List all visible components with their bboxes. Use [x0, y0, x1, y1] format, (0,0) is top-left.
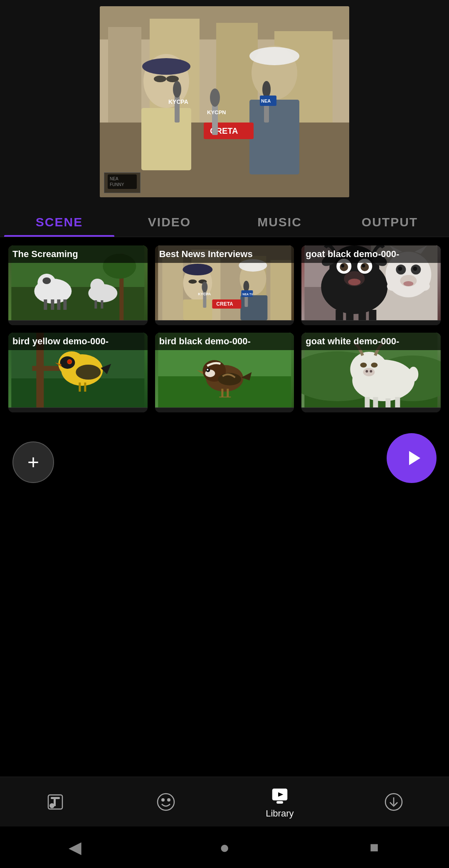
svg-point-93 [413, 267, 417, 271]
svg-rect-155 [277, 802, 283, 803]
svg-rect-83 [336, 310, 343, 320]
recent-button[interactable]: ■ [362, 835, 387, 860]
svg-text:KYCPA: KYCPA [168, 98, 188, 105]
tab-video[interactable]: VIDEO [114, 204, 224, 237]
nav-library[interactable]: Library [266, 785, 294, 819]
svg-rect-84 [346, 311, 354, 320]
svg-point-19 [262, 81, 271, 98]
svg-point-77 [340, 263, 348, 271]
svg-rect-2 [108, 27, 141, 123]
svg-point-148 [50, 804, 54, 808]
svg-rect-147 [51, 797, 59, 799]
svg-point-16 [249, 47, 299, 65]
svg-text:FUNNY: FUNNY [110, 182, 124, 187]
svg-rect-36 [57, 299, 60, 310]
svg-rect-11 [141, 108, 191, 170]
download-icon [383, 792, 404, 812]
tabs-bar: SCENE VIDEO MUSIC OUTPUT [0, 204, 449, 237]
library-label: Library [266, 808, 294, 819]
svg-rect-47 [162, 254, 183, 320]
svg-point-38 [42, 277, 51, 284]
svg-rect-123 [221, 389, 223, 397]
svg-point-112 [67, 360, 71, 363]
svg-point-135 [360, 363, 367, 368]
svg-rect-17 [249, 100, 299, 174]
svg-text:NEA TV: NEA TV [242, 293, 253, 296]
back-icon: ◀ [69, 838, 81, 857]
svg-point-92 [398, 267, 402, 271]
svg-point-136 [371, 363, 378, 368]
svg-text:NEA: NEA [261, 98, 271, 103]
svg-rect-143 [395, 397, 400, 407]
play-icon [403, 448, 424, 468]
svg-rect-124 [227, 389, 229, 397]
nav-download[interactable] [383, 792, 404, 812]
svg-point-150 [158, 794, 174, 810]
svg-point-78 [361, 263, 369, 271]
svg-point-79 [341, 264, 345, 267]
grid-item-title: bird black demo-000- [155, 333, 294, 350]
svg-point-53 [188, 280, 197, 284]
bottom-nav: Library [0, 777, 449, 826]
video-preview: KYCPA NEA CRETA KYCPN [0, 0, 449, 204]
scene-grid: The Screaming [0, 237, 449, 421]
svg-point-139 [370, 370, 373, 373]
grid-item-goat-black[interactable]: goat black demo-000- [301, 245, 441, 325]
svg-rect-41 [94, 300, 97, 309]
tab-scene[interactable]: SCENE [4, 204, 114, 237]
svg-point-57 [202, 282, 207, 292]
svg-point-63 [243, 281, 249, 292]
svg-point-152 [168, 799, 170, 801]
svg-text:CRETA: CRETA [216, 301, 233, 307]
svg-rect-42 [101, 300, 103, 309]
svg-text:KYCPN: KYCPN [207, 109, 226, 115]
grid-item-screaming[interactable]: The Screaming [8, 245, 148, 325]
nav-emoji[interactable] [155, 792, 176, 812]
home-icon: ● [220, 838, 229, 857]
tab-music[interactable]: MUSIC [224, 204, 335, 237]
svg-rect-37 [63, 299, 67, 310]
svg-point-151 [162, 799, 164, 801]
grid-item-goat-white[interactable]: goat white demo-000- [301, 333, 441, 412]
fab-area: + [0, 429, 449, 495]
svg-rect-86 [369, 310, 377, 320]
tab-output[interactable]: OUTPUT [335, 204, 445, 237]
svg-rect-149 [54, 799, 55, 806]
fab-play-button[interactable] [387, 433, 437, 483]
svg-point-95 [404, 281, 414, 286]
plus-icon: + [27, 452, 39, 472]
svg-rect-34 [44, 299, 47, 310]
recent-icon: ■ [370, 839, 379, 856]
svg-point-9 [154, 76, 166, 82]
svg-rect-140 [365, 397, 370, 407]
library-icon [269, 785, 290, 806]
nav-music[interactable] [45, 792, 66, 812]
grid-item-title: The Screaming [8, 245, 148, 263]
grid-item-title: goat black demo-000- [301, 245, 441, 263]
svg-rect-142 [386, 398, 391, 407]
svg-rect-61 [240, 295, 267, 320]
svg-rect-55 [183, 299, 212, 320]
svg-point-120 [207, 369, 208, 370]
svg-point-13 [173, 81, 181, 98]
svg-point-144 [409, 367, 419, 382]
emoji-icon [155, 792, 176, 812]
svg-text:NEA: NEA [110, 177, 118, 181]
svg-rect-35 [51, 299, 54, 310]
svg-rect-50 [270, 260, 291, 320]
svg-point-82 [348, 279, 361, 285]
svg-rect-141 [373, 397, 378, 407]
svg-rect-111 [84, 383, 86, 392]
home-button[interactable]: ● [212, 835, 237, 860]
grid-item-bird-yellow[interactable]: bird yellow demo-000- [8, 333, 148, 412]
back-button[interactable]: ◀ [62, 835, 87, 860]
svg-rect-110 [79, 383, 81, 392]
fab-add-button[interactable]: + [12, 441, 54, 483]
svg-point-138 [366, 370, 368, 373]
grid-item-title: Best News Interviews [155, 245, 294, 263]
grid-item-news-interviews[interactable]: Best News Interviews [155, 245, 294, 325]
grid-item-bird-black[interactable]: bird black demo-000- [155, 333, 294, 412]
svg-point-137 [363, 368, 375, 376]
svg-point-104 [76, 365, 101, 380]
svg-point-8 [142, 58, 190, 75]
